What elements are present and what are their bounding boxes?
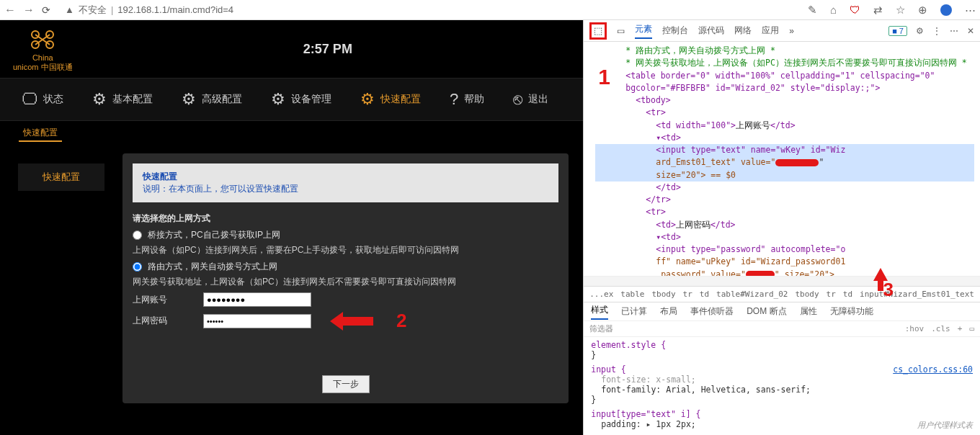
nav-logout[interactable]: ⎋退出 — [513, 90, 548, 109]
dom-node[interactable]: <table border="0" width="100%" cellpaddi… — [625, 71, 935, 93]
dom-node[interactable]: <tr> — [646, 107, 666, 117]
logout-icon: ⎋ — [513, 90, 522, 109]
dom-breadcrumbs[interactable]: ...ex table tbody tr td table#Wizard_02 … — [584, 286, 980, 302]
dom-comment: * 路由方式，网关自动拨号方式上网 * — [595, 45, 974, 57]
more-icon[interactable]: ⋯ — [965, 4, 976, 17]
dom-tree[interactable]: * 路由方式，网关自动拨号方式上网 * * 网关拨号获取地址，上网设备（如PC）… — [584, 42, 980, 276]
radio-bridge[interactable] — [133, 230, 142, 240]
label-password: 上网密码 — [133, 315, 190, 327]
content-panel: 快速配置 说明：在本页面上，您可以设置快速配置 请选择您的上网方式 桥接方式，P… — [122, 153, 569, 403]
more-icon[interactable]: ⋯ — [950, 26, 958, 36]
tab-dom-breakpoints[interactable]: DOM 断点 — [747, 305, 786, 318]
hint-desc: 说明：在本页面上，您可以设置快速配置 — [143, 183, 548, 195]
tab-console[interactable]: 控制台 — [662, 24, 688, 37]
forward-icon[interactable]: → — [23, 4, 35, 17]
source-link[interactable]: cs_colors.css:60 — [893, 364, 973, 375]
monitor-icon: 🖵 — [22, 90, 37, 109]
back-icon[interactable]: ← — [4, 4, 16, 17]
next-button[interactable]: 下一步 — [322, 375, 370, 393]
styles-panel: 样式 已计算 布局 事件侦听器 DOM 断点 属性 无障碍功能 筛选器 :hov… — [584, 302, 980, 435]
address-bar[interactable]: ▲ 不安全 | 192.168.1.1/main.cmd?id=4 — [65, 4, 233, 17]
tab-properties[interactable]: 属性 — [800, 305, 817, 318]
tab-sources[interactable]: 源代码 — [698, 24, 724, 37]
tab-styles[interactable]: 样式 — [591, 304, 608, 320]
annotation-1: 1 — [598, 65, 610, 89]
nav-basic[interactable]: ⚙基本配置 — [92, 90, 153, 109]
dom-node[interactable]: ▾<td> — [656, 133, 681, 143]
home-icon[interactable]: ⌂ — [830, 4, 837, 16]
close-icon[interactable]: ✕ — [967, 26, 974, 36]
collections-icon[interactable]: ⊕ — [918, 4, 927, 17]
input-username[interactable] — [203, 292, 311, 307]
redacted-value — [746, 271, 775, 276]
device-toggle-icon[interactable]: ▭ — [617, 26, 625, 36]
sliders-icon: ⚙ — [360, 90, 375, 109]
breadcrumb[interactable]: 快速配置 — [19, 125, 62, 142]
tab-network[interactable]: 网络 — [734, 24, 752, 37]
security-label: 不安全 — [79, 4, 107, 17]
horizontal-scrollbar[interactable] — [584, 276, 980, 286]
gear-icon: ⚙ — [271, 90, 285, 109]
tab-elements[interactable]: 元素 — [635, 23, 652, 39]
dom-password-node[interactable]: <input type="password" autocomplete="o f… — [595, 243, 974, 276]
tab-listeners[interactable]: 事件侦听器 — [690, 305, 734, 318]
hov-toggle[interactable]: :hov — [905, 324, 925, 333]
red-arrow-icon — [330, 312, 373, 331]
dom-selected-node[interactable]: <input type="text" name="wKey" id="Wiz a… — [595, 144, 974, 181]
opt-route-desc: 网关拨号获取地址，上网设备（如PC）连接到网关后不需要拨号即可直接访问因特网 — [133, 276, 558, 288]
profile-icon[interactable] — [940, 4, 952, 16]
input-password[interactable] — [203, 314, 311, 328]
radio-route[interactable] — [133, 262, 142, 272]
unicom-logo: China unicom 中国联通 — [13, 26, 73, 73]
redacted-value — [775, 159, 819, 166]
tab-application[interactable]: 应用 — [762, 24, 779, 37]
nav-status[interactable]: 🖵状态 — [22, 90, 63, 109]
tab-layout[interactable]: 布局 — [660, 305, 677, 318]
nav-device[interactable]: ⚙设备管理 — [271, 90, 331, 109]
cls-toggle[interactable]: .cls — [931, 324, 950, 333]
browser-toolbar: ← → ⟳ ▲ 不安全 | 192.168.1.1/main.cmd?id=4 … — [0, 0, 980, 20]
label-username: 上网账号 — [133, 294, 190, 306]
issues-badge[interactable]: ■ 7 — [888, 26, 907, 36]
hint-box: 快速配置 说明：在本页面上，您可以设置快速配置 — [133, 163, 558, 202]
separator: | — [111, 4, 113, 15]
new-style-icon[interactable]: + — [958, 324, 963, 333]
nav-help[interactable]: ?帮助 — [450, 90, 484, 109]
styles-filter[interactable]: 筛选器 — [589, 323, 613, 334]
settings-icon[interactable]: ⚙ — [916, 26, 924, 36]
nav-advanced[interactable]: ⚙高级配置 — [182, 90, 242, 109]
inspect-element-icon[interactable]: ⬚ — [589, 22, 607, 40]
main-nav: 🖵状态 ⚙基本配置 ⚙高级配置 ⚙设备管理 ⚙快速配置 ?帮助 ⎋退出 — [0, 78, 583, 121]
annotation-3: 3 — [883, 279, 894, 301]
more-icon[interactable]: ▭ — [969, 324, 974, 333]
warning-icon: ▲ — [65, 4, 74, 15]
sliders-icon: ⚙ — [182, 90, 196, 109]
clock: 2:57 PM — [73, 42, 584, 57]
hint-title: 快速配置 — [143, 171, 548, 183]
styles-rules[interactable]: element.style { } input {cs_colors.css:6… — [584, 337, 980, 435]
devtools-tabs: ⬚ ▭ 元素 控制台 源代码 网络 应用 » ■ 7 ⚙ ⋮ ⋯ ✕ — [584, 20, 980, 42]
dom-comment: * 网关拨号获取地址，上网设备（如PC）连接到网关后不需要拨号即可直接访问因特网… — [595, 57, 974, 69]
shield-icon[interactable]: 🛡 — [850, 4, 860, 16]
sync-icon[interactable]: ⇄ — [873, 4, 883, 17]
annotation-2: 2 — [396, 310, 406, 332]
url-text: 192.168.1.1/main.cmd?id=4 — [117, 4, 233, 15]
tab-a11y[interactable]: 无障碍功能 — [830, 305, 873, 318]
reload-icon[interactable]: ⟳ — [42, 4, 50, 16]
opt-bridge-desc: 上网设备（如PC）连接到网关后，需要在PC上手动拨号，获取地址后即可访问因特网 — [133, 244, 558, 256]
favorites-icon[interactable]: ☆ — [896, 4, 905, 17]
tab-computed[interactable]: 已计算 — [621, 305, 647, 318]
router-admin-page: China unicom 中国联通 2:57 PM 🖵状态 ⚙基本配置 ⚙高级配… — [0, 20, 583, 435]
section-title: 请选择您的上网方式 — [133, 212, 558, 225]
dock-icon[interactable]: ⋮ — [932, 26, 941, 36]
dom-node[interactable]: <tbody> — [636, 95, 670, 105]
read-aloud-icon[interactable]: ✎ — [808, 4, 817, 17]
opt-route-label: 路由方式，网关自动拨号方式上网 — [148, 261, 277, 273]
nav-quick[interactable]: ⚙快速配置 — [360, 90, 421, 109]
devtools-panel: ⬚ ▭ 元素 控制台 源代码 网络 应用 » ■ 7 ⚙ ⋮ ⋯ ✕ 1 * 路… — [583, 20, 980, 435]
tab-more[interactable]: » — [789, 26, 794, 36]
question-icon: ? — [450, 90, 458, 109]
ua-stylesheet-label: 用户代理样式表 — [917, 420, 973, 431]
sidebar-item-quick[interactable]: 快速配置 — [18, 163, 104, 191]
sidebar: 快速配置 — [7, 146, 115, 411]
